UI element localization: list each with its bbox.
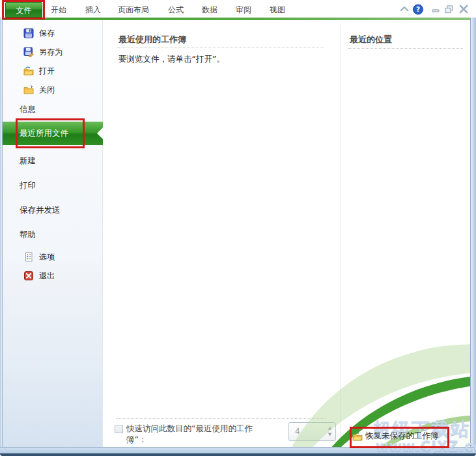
sidebar-item-label: 帮助 [20, 230, 36, 241]
recent-workbooks-panel: 最近使用的工作簿 要浏览文件，请单击“打开”。 快速访问此数目的“最近使用的工作… [103, 20, 341, 447]
selected-arrow-icon [97, 127, 103, 139]
help-button[interactable]: ? [412, 4, 424, 14]
collapse-ribbon-button[interactable] [399, 4, 410, 14]
sidebar-item-label: 新建 [20, 155, 36, 167]
tab-insert[interactable]: 插入 [85, 4, 101, 16]
save-as-icon [23, 47, 34, 57]
sidebar-item-label: 选项 [39, 252, 55, 263]
tab-formulas[interactable]: 公式 [168, 4, 184, 16]
recent-places-panel: 最近的位置 [341, 20, 470, 447]
sidebar-item-help[interactable]: 帮助 [3, 228, 103, 241]
recover-unsaved-label: 恢复未保存的工作簿 [365, 431, 439, 442]
excel-backstage-window: 文件 开始 插入 页面布局 公式 数据 审阅 视图 ? [0, 0, 476, 456]
sidebar-item-save-as[interactable]: 另存为 [3, 46, 103, 59]
bottom-divider [116, 418, 326, 419]
spinner-up-icon[interactable]: ▲ [328, 426, 331, 431]
sidebar-item-label: 关闭 [39, 85, 55, 96]
close-button[interactable] [458, 4, 469, 14]
recent-places-title: 最近的位置 [350, 34, 392, 46]
sidebar-item-recent[interactable]: 最近所用文件 [3, 122, 103, 145]
tab-file[interactable]: 文件 [5, 2, 42, 18]
sidebar-item-label: 保存并发送 [20, 205, 61, 216]
sidebar-item-new[interactable]: 新建 [3, 154, 103, 167]
open-folder-icon [23, 66, 34, 76]
window-frame-bottom [0, 447, 476, 456]
window-frame-right [470, 18, 476, 447]
sidebar-item-open[interactable]: 打开 [3, 64, 103, 77]
save-icon [23, 28, 34, 38]
recent-workbooks-title: 最近使用的工作簿 [119, 34, 186, 46]
stepper-arrows: ▲ ▼ [324, 423, 335, 440]
ribbon-tab-bar: 文件 开始 插入 页面布局 公式 数据 审阅 视图 ? [0, 0, 476, 18]
sidebar-item-label: 退出 [39, 271, 55, 282]
sidebar-item-label: 信息 [20, 104, 36, 115]
restore-icon [443, 4, 455, 14]
restore-button[interactable] [443, 4, 455, 14]
places-title-divider [348, 48, 463, 49]
close-folder-icon [23, 85, 34, 95]
sidebar-item-exit[interactable]: 退出 [3, 269, 103, 282]
title-divider [117, 47, 324, 48]
options-icon [23, 252, 34, 262]
tab-page-layout[interactable]: 页面布局 [118, 4, 149, 16]
sidebar-item-label: 另存为 [39, 47, 63, 58]
spinner-down-icon[interactable]: ▼ [328, 433, 331, 437]
sidebar-item-save[interactable]: 保存 [3, 27, 103, 40]
backstage-sidebar: 保存 另存为 打开 [3, 20, 103, 447]
chevron-up-icon [399, 4, 410, 14]
sidebar-item-options[interactable]: 选项 [3, 250, 103, 263]
tab-data[interactable]: 数据 [202, 4, 217, 16]
sidebar-item-label: 最近所用文件 [20, 128, 68, 139]
sidebar-item-label: 保存 [39, 28, 55, 39]
quick-access-count-value: 4 [289, 423, 324, 440]
exit-icon [23, 271, 34, 281]
quick-access-count-stepper[interactable]: 4 ▲ ▼ [288, 422, 336, 441]
quick-access-label: 快速访问此数目的“最近使用的工作簿”： [126, 423, 262, 445]
minimize-icon [430, 4, 441, 14]
sidebar-item-print[interactable]: 打印 [3, 179, 103, 192]
sidebar-item-save-send[interactable]: 保存并发送 [3, 204, 103, 217]
svg-text:?: ? [416, 5, 420, 13]
sidebar-item-info[interactable]: 信息 [3, 103, 103, 116]
quick-access-checkbox[interactable] [115, 425, 123, 433]
tab-review[interactable]: 审阅 [236, 4, 251, 16]
help-icon: ? [412, 4, 424, 15]
tab-home[interactable]: 开始 [51, 4, 66, 16]
minimize-button[interactable] [430, 4, 441, 14]
sidebar-item-close[interactable]: 关闭 [3, 83, 103, 96]
recover-folder-icon [352, 431, 363, 442]
sidebar-item-label: 打印 [20, 180, 36, 191]
tab-view[interactable]: 视图 [270, 4, 285, 16]
close-icon [458, 4, 469, 14]
browse-hint-text: 要浏览文件，请单击“打开”。 [119, 54, 225, 65]
sidebar-item-label: 打开 [39, 66, 55, 77]
recover-unsaved-button[interactable]: 恢复未保存的工作簿 [352, 431, 439, 442]
